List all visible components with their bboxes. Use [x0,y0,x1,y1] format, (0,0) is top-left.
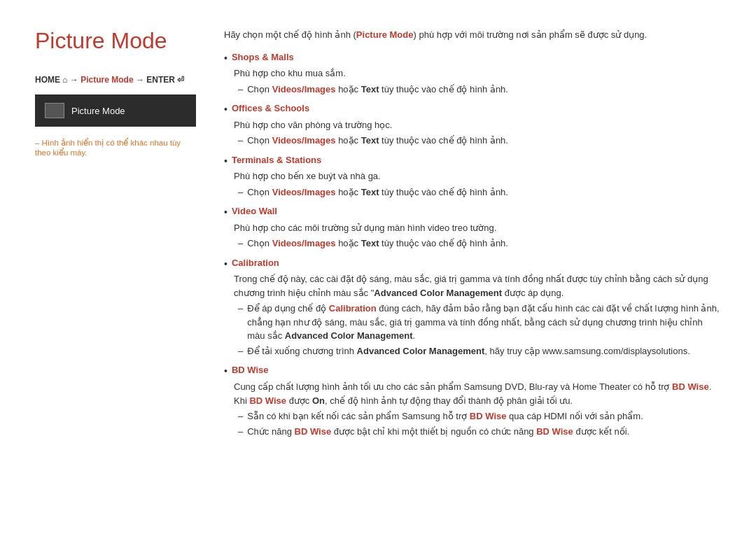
section-title-offices: Offices & Schools [232,103,309,113]
sub-text-calibration-1: Để áp dụng chế độ Calibration đúng cách,… [247,302,721,343]
nav-arrow1: → [70,75,78,85]
sub-item-bdwise-2: – Chức năng BD Wise được bật chỉ khi một… [238,425,721,439]
nav-arrow2: → [136,75,146,85]
sub-dash-calibration-1: – [238,302,243,316]
sub-item-bdwise-1: – Sẵn có khi bạn kết nối các sản phẩm Sa… [238,409,721,423]
sub-item-shops: – Chọn Videos/Images hoặc Text tùy thuộc… [238,83,721,97]
bullet-offices: • [224,103,227,117]
section-desc-terminals: Phù hợp cho bến xe buýt và nhà ga. [234,169,721,183]
section-terminals: • Terminals & Stations Phù hợp cho bến x… [224,155,721,199]
note-text: – Hình ảnh hiển thị có thể khác nhau tùy… [35,138,196,157]
section-videowall: • Video Wall Phù hợp cho các môi trường … [224,206,721,251]
menu-box-icon [45,103,64,118]
section-desc-offices: Phù hợp cho văn phòng và trường học. [234,118,721,132]
sub-dash-videowall: – [238,237,243,251]
sub-dash-terminals: – [238,185,243,199]
sub-item-calibration-2: – Để tải xuống chương trình Advanced Col… [238,344,721,358]
section-title-calibration: Calibration [232,258,279,268]
page-title: Picture Mode [35,28,196,54]
bullet-bdwise: • [224,365,227,379]
section-title-terminals: Terminals & Stations [232,155,321,165]
section-title-shops: Shops & Malls [232,52,294,62]
section-title-bdwise: BD Wise [232,365,269,375]
nav-picture-mode: Picture Mode [80,75,133,85]
sub-dash-bdwise-1: – [238,409,243,423]
section-desc-calibration: Trong chế độ này, các cài đặt độ sáng, m… [234,272,721,300]
sub-text-videowall: Chọn Videos/Images hoặc Text tùy thuộc v… [247,237,508,251]
sub-text-calibration-2: Để tải xuống chương trình Advanced Color… [247,344,690,358]
bullet-videowall: • [224,206,227,220]
home-label: HOME [35,75,60,85]
sub-text-shops: Chọn Videos/Images hoặc Text tùy thuộc v… [247,83,508,97]
section-calibration: • Calibration Trong chế độ này, các cài … [224,258,721,358]
section-title-videowall: Video Wall [232,206,277,216]
sub-text-terminals: Chọn Videos/Images hoặc Text tùy thuộc v… [247,185,508,199]
sub-dash-shops: – [238,83,243,97]
intro-highlight: Picture Mode [356,29,414,40]
section-desc-bdwise: Cung cấp chất lượng hình ảnh tối ưu cho … [234,380,721,407]
home-icon: ⌂ [62,75,70,85]
section-bdwise: • BD Wise Cung cấp chất lượng hình ảnh t… [224,365,721,438]
sub-dash-offices: – [238,134,243,148]
bullet-shops: • [224,52,227,66]
section-offices: • Offices & Schools Phù hợp cho văn phòn… [224,103,721,148]
sub-dash-bdwise-2: – [238,425,243,439]
sub-item-terminals: – Chọn Videos/Images hoặc Text tùy thuộc… [238,185,721,199]
sub-text-bdwise-1: Sẵn có khi bạn kết nối các sản phẩm Sams… [247,409,643,423]
sub-text-offices: Chọn Videos/Images hoặc Text tùy thuộc v… [247,134,508,148]
sub-text-bdwise-2: Chức năng BD Wise được bật chỉ khi một t… [247,425,629,439]
sub-item-offices: – Chọn Videos/Images hoặc Text tùy thuộc… [238,134,721,148]
section-desc-shops: Phù hợp cho khu mua sắm. [234,66,721,80]
section-desc-videowall: Phù hợp cho các môi trường sử dụng màn h… [234,221,721,235]
intro-text: Hãy chọn một chế độ hình ảnh (Picture Mo… [224,28,721,42]
nav-enter-label: ENTER [146,75,175,85]
sub-item-videowall: – Chọn Videos/Images hoặc Text tùy thuộc… [238,237,721,251]
section-shops: • Shops & Malls Phù hợp cho khu mua sắm.… [224,52,721,97]
menu-box: Picture Mode [35,94,196,127]
nav-path: HOME ⌂ → Picture Mode → ENTER ⏎ [35,75,196,85]
sub-dash-calibration-2: – [238,344,243,358]
menu-box-label: Picture Mode [71,106,125,116]
nav-enter-icon: ⏎ [177,75,184,85]
right-panel: Hãy chọn một chế độ hình ảnh (Picture Mo… [224,28,721,438]
sub-item-calibration-1: – Để áp dụng chế độ Calibration đúng các… [238,302,721,343]
bullet-calibration: • [224,258,227,272]
bullet-terminals: • [224,155,227,169]
